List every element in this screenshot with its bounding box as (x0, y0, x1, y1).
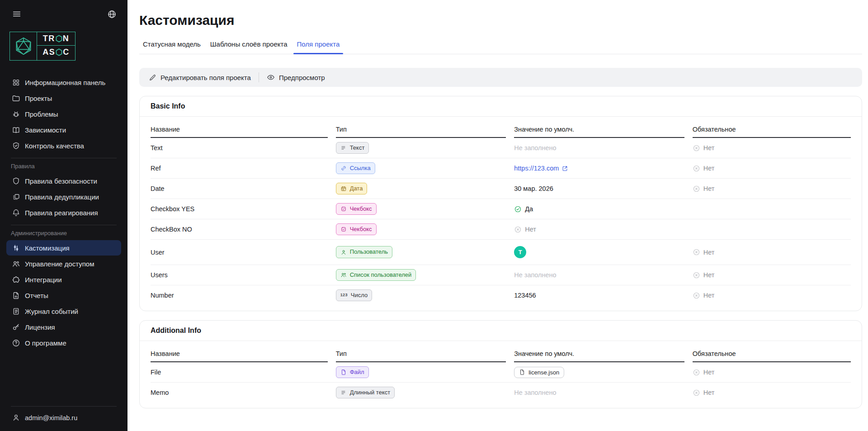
number-123-icon: 123 (340, 293, 348, 298)
sidebar-item-license[interactable]: Лицензия (6, 319, 121, 335)
additional-info-card: Additional Info Название Тип Значение по… (139, 320, 862, 408)
sidebar-item-reports[interactable]: Отчеты (6, 288, 121, 303)
required-value: Нет (693, 185, 715, 193)
circle-x-icon (693, 165, 700, 172)
required-value: Нет (693, 292, 715, 299)
sidebar-item-quality-control[interactable]: Контроль качества (6, 138, 121, 153)
sidebar-item-label: Правила реагирования (25, 209, 98, 217)
pencil-icon (149, 74, 156, 81)
sidebar-item-label: Управление доступом (25, 260, 94, 268)
table-header: Название Тип Значение по умолч. Обязател… (151, 118, 851, 138)
users-icon (340, 272, 347, 278)
circle-x-icon (693, 185, 700, 193)
checkbox-icon (340, 226, 347, 232)
sidebar-item-dependencies[interactable]: Зависимости (6, 122, 121, 137)
table-row: Text Текст Не заполнено Нет (151, 138, 851, 158)
users-icon (12, 260, 20, 268)
calendar-icon (340, 185, 347, 192)
tab-status-model[interactable]: Статусная модель (139, 40, 204, 54)
dashboard-icon (12, 78, 20, 87)
file-chip[interactable]: license.json (514, 367, 564, 378)
external-link-icon (561, 165, 568, 172)
table-header: Название Тип Значение по умолч. Обязател… (151, 343, 851, 362)
sidebar-item-event-log[interactable]: Журнал событий (6, 303, 121, 319)
sidebar-top-bar (0, 0, 127, 21)
required-value: Нет (693, 389, 715, 397)
sidebar-item-problems[interactable]: Проблемы (6, 106, 121, 122)
shield-icon (12, 177, 20, 185)
field-name: CheckBox NO (151, 219, 328, 239)
sidebar-item-label: Контроль качества (25, 142, 84, 150)
sidebar-item-security-rules[interactable]: Правила безопасности (6, 173, 121, 189)
tab-project-fields[interactable]: Поля проекта (293, 40, 344, 54)
hamburger-menu-button[interactable] (10, 7, 24, 21)
app-logo[interactable]: TR N AS C (9, 32, 75, 61)
help-circle-icon (12, 339, 20, 347)
type-badge-user: Пользователь (336, 246, 392, 258)
type-badge-link: Ссылка (336, 162, 375, 174)
table: Название Тип Значение по умолч. Обязател… (140, 341, 862, 408)
preview-button[interactable]: Предпросмотр (259, 68, 333, 87)
account-section[interactable]: admin@ximilab.ru (11, 406, 117, 431)
type-badge-number: 123Число (336, 289, 373, 301)
sidebar-section-rules: Правила (11, 163, 117, 170)
sidebar-item-label: Правила безопасности (25, 177, 97, 185)
basic-info-card: Basic Info Название Тип Значение по умол… (139, 96, 862, 311)
sidebar-item-projects[interactable]: Проекты (6, 90, 121, 106)
column-header-required: Обязательное (693, 118, 851, 138)
field-name: Number (151, 285, 328, 305)
sidebar-item-integrations[interactable]: Интеграции (6, 272, 121, 287)
type-badge-checkbox: Чекбокс (336, 203, 377, 215)
person-icon (340, 249, 347, 256)
sidebar-section-administration: Администрирование (11, 230, 117, 237)
hamburger-icon (12, 9, 22, 19)
sidebar-item-label: О программе (25, 339, 66, 347)
logo-polyhedron-icon (10, 32, 37, 60)
required-value: Нет (693, 144, 715, 152)
sidebar-item-label: Проекты (25, 95, 52, 102)
sidebar-item-label: Проблемы (25, 110, 58, 118)
sidebar-item-label: Журнал событий (25, 308, 78, 315)
circle-x-icon (514, 226, 522, 233)
default-link[interactable]: https://123.com (514, 165, 568, 172)
sidebar-item-dedup-rules[interactable]: Правила дедупликации (6, 189, 121, 204)
bug-icon (12, 110, 20, 118)
default-value: Не заполнено (514, 389, 556, 396)
language-button[interactable] (105, 8, 118, 21)
book-open-icon (12, 126, 20, 134)
circle-x-icon (693, 292, 700, 299)
circle-check-icon (514, 205, 522, 213)
default-value: 30 мар. 2026 (514, 185, 553, 192)
table-row: CheckBox NO Чекбокс Нет (151, 219, 851, 239)
circle-x-icon (693, 248, 700, 256)
sidebar-item-label: Зависимости (25, 126, 66, 134)
file-icon (519, 369, 525, 375)
edit-project-fields-button[interactable]: Редактировать поля проекта (141, 68, 259, 87)
required-value: Нет (693, 271, 715, 279)
sidebar-item-dashboard[interactable]: Информационная панель (6, 75, 121, 90)
sidebar-item-about[interactable]: О программе (6, 335, 121, 350)
sidebar-item-customization[interactable]: Кастомизация (6, 240, 121, 256)
table-row: Checkbox YES Чекбокс Да (151, 199, 851, 219)
checkbox-yes-value: Да (514, 205, 533, 213)
type-badge-memo: Длинный текст (336, 387, 395, 398)
tab-layer-templates[interactable]: Шаблоны слоёв проекта (207, 40, 291, 54)
required-value: Нет (693, 369, 715, 376)
sidebar-item-access-management[interactable]: Управление доступом (6, 256, 121, 271)
sidebar-item-response-rules[interactable]: Правила реагирования (6, 205, 121, 220)
field-name: Text (151, 138, 328, 158)
column-header-type: Тип (336, 343, 506, 362)
hexagon-o-icon (56, 48, 62, 56)
globe-icon (107, 9, 117, 19)
circle-x-icon (693, 369, 700, 376)
shield-check-icon (12, 142, 20, 150)
bell-icon (12, 208, 20, 217)
column-header-name: Название (151, 343, 328, 362)
page-title: Кастомизация (139, 13, 862, 28)
table-row: Ref Ссылка https://123.com Нет (151, 158, 851, 178)
user-avatar[interactable]: T (514, 246, 526, 258)
logo-text: TR N AS C (37, 32, 75, 60)
tab-bar: Статусная модель Шаблоны слоёв проекта П… (139, 40, 862, 54)
eye-icon (267, 73, 275, 81)
required-empty (693, 199, 851, 219)
